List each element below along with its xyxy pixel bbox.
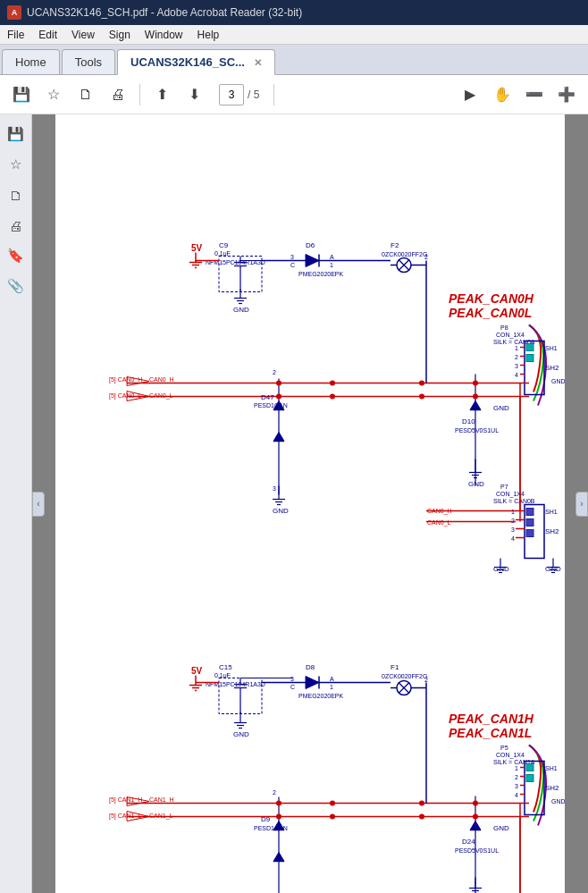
menu-window[interactable]: Window [138, 27, 190, 43]
pdf-content-area[interactable]: ‹ 5V C9 0.1uF NFM15PC104R1A3D [32, 114, 588, 893]
svg-text:SH2: SH2 [545, 364, 559, 372]
svg-text:PMEG2020EPK: PMEG2020EPK [298, 693, 344, 699]
svg-point-238 [276, 801, 281, 806]
svg-text:GND: GND [551, 798, 565, 805]
svg-text:D8: D8 [306, 663, 315, 671]
svg-text:C: C [290, 262, 295, 268]
menu-sign[interactable]: Sign [102, 27, 138, 43]
tab-document[interactable]: UCANS32K146_SC... ✕ [117, 49, 275, 75]
svg-marker-186 [273, 853, 284, 862]
svg-point-239 [276, 814, 281, 820]
svg-text:SH1: SH1 [545, 765, 558, 771]
sidebar-attach-button[interactable]: 📎 [4, 274, 29, 299]
svg-text:PEAK_CAN1H: PEAK_CAN1H [449, 712, 534, 726]
svg-text:[5] CAN0_H: [5] CAN0_H [109, 376, 142, 383]
svg-text:0.1uF: 0.1uF [214, 672, 231, 678]
collapse-right-panel-button[interactable]: › [575, 492, 588, 517]
svg-rect-50 [526, 344, 533, 351]
svg-text:1: 1 [330, 684, 333, 690]
svg-point-237 [419, 814, 424, 820]
svg-text:PEAK_CAN0H: PEAK_CAN0H [449, 291, 534, 306]
svg-text:SH1: SH1 [545, 345, 558, 351]
svg-rect-102 [526, 509, 533, 516]
svg-point-240 [473, 801, 478, 806]
svg-point-230 [276, 381, 281, 386]
tab-home[interactable]: Home [2, 49, 60, 74]
svg-text:4: 4 [515, 372, 518, 378]
svg-text:2: 2 [424, 254, 428, 260]
svg-text:4: 4 [511, 535, 515, 542]
svg-text:5V: 5V [191, 666, 203, 676]
tab-bar: Home Tools UCANS32K146_SC... ✕ [0, 45, 588, 75]
svg-point-241 [473, 814, 478, 820]
sidebar-star-button[interactable]: ☆ [4, 152, 29, 177]
svg-rect-51 [526, 355, 533, 362]
zoom-out-button[interactable]: ➖ [520, 81, 549, 108]
svg-rect-168 [526, 764, 533, 771]
svg-text:D9: D9 [261, 815, 271, 823]
tools-button[interactable]: 🗋 [71, 81, 100, 108]
svg-rect-103 [526, 519, 533, 527]
svg-text:SH1: SH1 [545, 509, 558, 515]
bookmark-star-button[interactable]: ☆ [39, 81, 68, 108]
svg-text:A: A [330, 676, 334, 682]
svg-text:3: 3 [273, 485, 276, 492]
svg-text:CON_1X4: CON_1X4 [496, 332, 525, 339]
sidebar-save-button[interactable]: 💾 [4, 122, 29, 147]
svg-text:[5] CAN1_H: [5] CAN1_H [109, 796, 142, 804]
svg-text:3: 3 [511, 527, 515, 533]
menu-help[interactable]: Help [190, 27, 227, 43]
svg-text:A: A [330, 254, 334, 260]
page-down-button[interactable]: ⬇ [180, 81, 208, 108]
left-sidebar: 💾 ☆ 🗋 🖨 🔖 📎 [0, 114, 32, 893]
svg-point-227 [419, 381, 424, 386]
svg-marker-80 [470, 401, 481, 410]
menu-edit[interactable]: Edit [31, 27, 64, 43]
page-up-button[interactable]: ⬆ [147, 81, 176, 108]
svg-point-235 [419, 801, 424, 806]
svg-point-226 [330, 381, 335, 386]
page-number-input[interactable] [219, 84, 244, 105]
svg-text:GND: GND [468, 480, 484, 488]
print-button[interactable]: 🖨 [104, 81, 132, 108]
svg-text:CON_1X4: CON_1X4 [496, 752, 525, 759]
sidebar-print-button[interactable]: 🖨 [4, 213, 29, 238]
svg-text:D6: D6 [306, 241, 315, 249]
svg-text:GND: GND [233, 306, 249, 314]
menu-file[interactable]: File [0, 27, 31, 43]
svg-marker-68 [273, 433, 284, 442]
collapse-panel-button[interactable]: ‹ [32, 492, 45, 517]
svg-text:CAN0_L: CAN0_L [149, 392, 173, 400]
svg-text:2: 2 [273, 369, 276, 375]
svg-text:0ZCK0020FF2G: 0ZCK0020FF2G [382, 673, 427, 679]
svg-text:PESD5V0S1UL: PESD5V0S1UL [455, 427, 499, 434]
svg-marker-20 [306, 255, 319, 267]
sidebar-pages-button[interactable]: 🗋 [4, 182, 29, 207]
svg-text:3: 3 [290, 254, 294, 260]
svg-text:3: 3 [515, 783, 518, 789]
svg-text:4: 4 [515, 792, 518, 798]
svg-text:F2: F2 [391, 241, 399, 249]
svg-text:CAN1_L: CAN1_L [149, 813, 173, 820]
pan-tool-button[interactable]: ✋ [488, 81, 517, 108]
save-button[interactable]: 💾 [7, 81, 36, 108]
svg-text:D24: D24 [462, 838, 475, 846]
tab-close-icon[interactable]: ✕ [254, 57, 262, 68]
tab-tools[interactable]: Tools [62, 49, 115, 74]
svg-text:C15: C15 [219, 663, 232, 671]
svg-point-233 [473, 394, 478, 400]
svg-marker-138 [306, 677, 319, 689]
svg-text:PESD5V0S1UL: PESD5V0S1UL [455, 847, 499, 854]
svg-point-228 [330, 394, 335, 400]
svg-marker-198 [470, 821, 481, 830]
select-tool-button[interactable]: ▶ [456, 81, 484, 108]
svg-text:P8: P8 [500, 324, 508, 331]
menu-view[interactable]: View [64, 27, 102, 43]
svg-text:1: 1 [515, 345, 518, 351]
zoom-in-button[interactable]: ➕ [552, 81, 581, 108]
svg-text:GND: GND [273, 507, 289, 515]
svg-point-234 [330, 801, 335, 806]
main-layout: 💾 ☆ 🗋 🖨 🔖 📎 ‹ 5V C9 0.1uF [0, 114, 588, 893]
sidebar-bookmark-button[interactable]: 🔖 [4, 243, 29, 268]
svg-text:GND: GND [233, 730, 249, 738]
